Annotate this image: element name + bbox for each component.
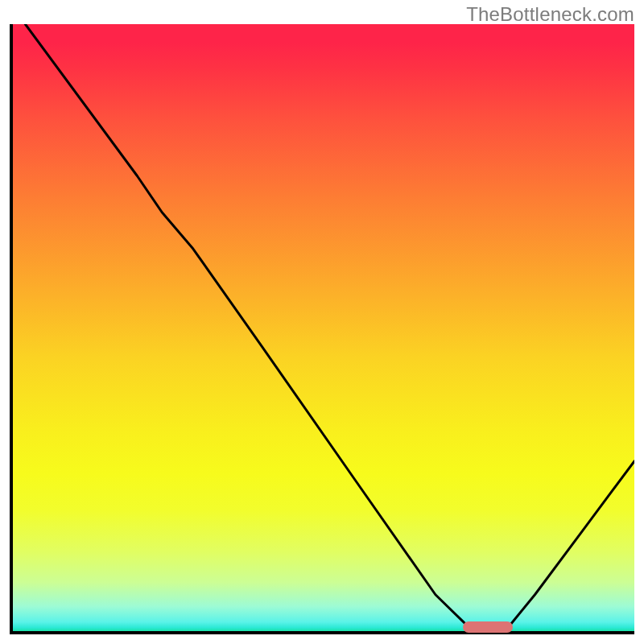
gradient-background [13, 24, 634, 631]
optimal-marker [463, 621, 513, 633]
chart-container: TheBottleneck.com [0, 0, 644, 644]
watermark-text: TheBottleneck.com [466, 3, 634, 26]
plot-area [10, 24, 634, 634]
